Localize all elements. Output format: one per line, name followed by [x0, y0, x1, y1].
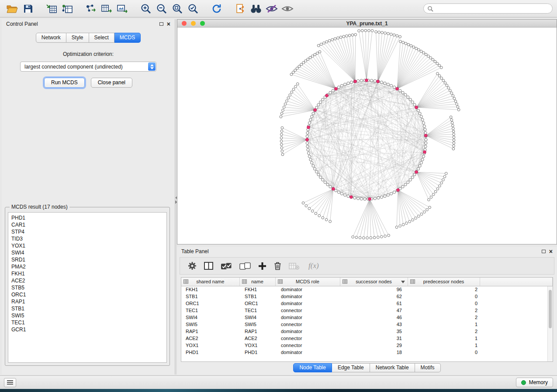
zoom-fit-icon — [172, 3, 183, 14]
search-input[interactable] — [436, 6, 549, 12]
column-header-name[interactable]: name — [239, 278, 275, 286]
maximize-window-icon[interactable] — [200, 21, 205, 26]
network-graph — [177, 28, 556, 244]
mcds-result-item[interactable]: GCR1 — [11, 326, 163, 333]
float-table-panel-icon[interactable] — [542, 250, 546, 253]
mcds-result-item[interactable]: RAP1 — [11, 298, 163, 305]
network-window-titlebar[interactable]: YPA_prune.txt_1 — [177, 20, 557, 28]
import-network-from-table-button[interactable] — [59, 2, 75, 16]
table-row[interactable]: ACE2 ACE2 connector 31 1 — [181, 335, 553, 342]
mcds-result-item[interactable]: PHD1 — [11, 214, 163, 221]
refresh-view-button[interactable] — [209, 2, 225, 16]
memory-button[interactable]: Memory — [516, 378, 553, 387]
float-panel-icon[interactable] — [159, 22, 163, 26]
deselect-all-button[interactable] — [239, 262, 251, 270]
cell-shared-name: ORC1 — [181, 300, 239, 307]
status-bar: Memory — [0, 375, 557, 389]
column-type-icon — [183, 279, 188, 284]
mcds-result-item[interactable]: FKH1 — [11, 270, 163, 277]
cell-mcds-role: dominator — [275, 293, 340, 300]
mcds-result-title: MCDS result (17 nodes) — [10, 204, 69, 210]
mcds-result-item[interactable]: ACE2 — [11, 277, 163, 284]
save-session-button[interactable] — [20, 2, 36, 16]
table-row[interactable]: TEC1 TEC1 connector 47 2 — [181, 307, 553, 314]
open-folder-button[interactable] — [4, 2, 20, 16]
cell-mcds-role: connector — [275, 307, 340, 314]
zoom-fit-button[interactable] — [170, 2, 185, 16]
zoom-selected-button[interactable] — [185, 2, 201, 16]
table-row[interactable]: STB1 STB1 dominator 62 0 — [181, 293, 553, 300]
mcds-result-item[interactable]: YOX1 — [11, 242, 163, 249]
cell-mcds-role: dominator — [275, 328, 340, 335]
tab-network-table[interactable]: Network Table — [370, 363, 415, 372]
close-panel-button[interactable]: Close panel — [91, 78, 132, 88]
table-row[interactable]: ORC1 ORC1 dominator 61 0 — [181, 300, 553, 307]
table-row[interactable]: SWI4 SWI4 dominator 46 2 — [181, 314, 553, 321]
table-scrollbar[interactable] — [547, 286, 553, 361]
cell-predecessor-nodes: 2 — [408, 307, 480, 314]
mcds-result-item[interactable]: ORC1 — [11, 291, 163, 298]
column-header-mcds-role[interactable]: MCDS role — [275, 278, 340, 286]
tab-mcds[interactable]: MCDS — [114, 33, 141, 43]
column-header-predecessor-nodes[interactable]: predecessor nodes — [408, 278, 480, 286]
mcds-result-item[interactable]: PMA2 — [11, 263, 163, 270]
minimize-window-icon[interactable] — [191, 21, 196, 26]
mcds-result-item[interactable]: SWI5 — [11, 312, 163, 319]
cell-filler — [480, 307, 553, 314]
share-document-button[interactable] — [232, 2, 248, 16]
mcds-result-item[interactable]: STB5 — [11, 284, 163, 291]
mcds-result-item[interactable]: SWI4 — [11, 249, 163, 256]
cell-shared-name: YOX1 — [181, 342, 239, 349]
mcds-result-item[interactable]: CAR1 — [11, 221, 163, 228]
table-row[interactable]: RAP1 RAP1 dominator 35 2 — [181, 328, 553, 335]
scrollbar-thumb[interactable] — [549, 290, 552, 328]
columns-icon — [204, 262, 213, 270]
column-header-successor-nodes[interactable]: successor nodes — [340, 278, 408, 286]
table-row[interactable]: PHD1 PHD1 dominator 18 0 — [181, 349, 553, 356]
birds-eye-view-button[interactable] — [280, 2, 295, 16]
zoom-out-button[interactable] — [154, 2, 170, 16]
column-type-icon — [410, 279, 415, 284]
import-table-button[interactable] — [44, 2, 59, 16]
close-panel-icon[interactable]: × — [167, 21, 170, 27]
close-window-icon[interactable] — [182, 21, 187, 26]
table-row[interactable]: YOX1 YOX1 connector 29 1 — [181, 342, 553, 349]
select-all-button[interactable] — [221, 262, 232, 270]
close-table-panel-icon[interactable]: × — [549, 248, 553, 254]
export-network-button[interactable] — [83, 2, 99, 16]
show-columns-button[interactable] — [204, 262, 213, 270]
memory-status-icon — [521, 380, 526, 385]
run-mcds-button[interactable]: Run MCDS — [44, 78, 85, 88]
cell-successor-nodes: 61 — [340, 300, 408, 307]
export-image-button[interactable] — [114, 2, 130, 16]
table-row[interactable]: FKH1 FKH1 dominator 96 2 — [181, 286, 553, 293]
mcds-result-item[interactable]: TID3 — [11, 235, 163, 242]
criterion-dropdown[interactable]: largest connected component (undirected) — [20, 62, 156, 72]
column-header-shared-name[interactable]: shared name — [181, 278, 239, 286]
hide-graphics-details-button[interactable] — [264, 2, 280, 16]
mcds-result-item[interactable]: STP4 — [11, 228, 163, 235]
tab-select[interactable]: Select — [89, 33, 114, 43]
mcds-result-item[interactable]: STB1 — [11, 305, 163, 312]
cell-name: TEC1 — [239, 307, 275, 314]
delete-column-button[interactable] — [274, 261, 281, 270]
search-network-button[interactable] — [248, 2, 264, 16]
add-column-button[interactable] — [258, 262, 266, 270]
main-toolbar — [0, 0, 557, 17]
export-table-button[interactable] — [99, 2, 114, 16]
network-canvas[interactable] — [177, 28, 557, 244]
network-view-window: YPA_prune.txt_1 — [177, 19, 557, 244]
zoom-in-button[interactable] — [138, 2, 154, 16]
delete-table-button[interactable] — [289, 262, 299, 270]
mcds-result-item[interactable]: TEC1 — [11, 319, 163, 326]
mcds-result-item[interactable]: SRD1 — [11, 256, 163, 263]
tab-motifs[interactable]: Motifs — [415, 363, 441, 372]
function-builder-icon[interactable]: f(x) — [308, 261, 319, 270]
table-row[interactable]: SWI5 SWI5 connector 43 1 — [181, 321, 553, 328]
status-menu-button[interactable] — [4, 378, 16, 387]
tab-node-table[interactable]: Node Table — [293, 363, 332, 372]
tab-edge-table[interactable]: Edge Table — [332, 363, 370, 372]
tab-network[interactable]: Network — [36, 33, 66, 43]
tab-style[interactable]: Style — [66, 33, 89, 43]
table-settings-button[interactable] — [188, 261, 197, 270]
